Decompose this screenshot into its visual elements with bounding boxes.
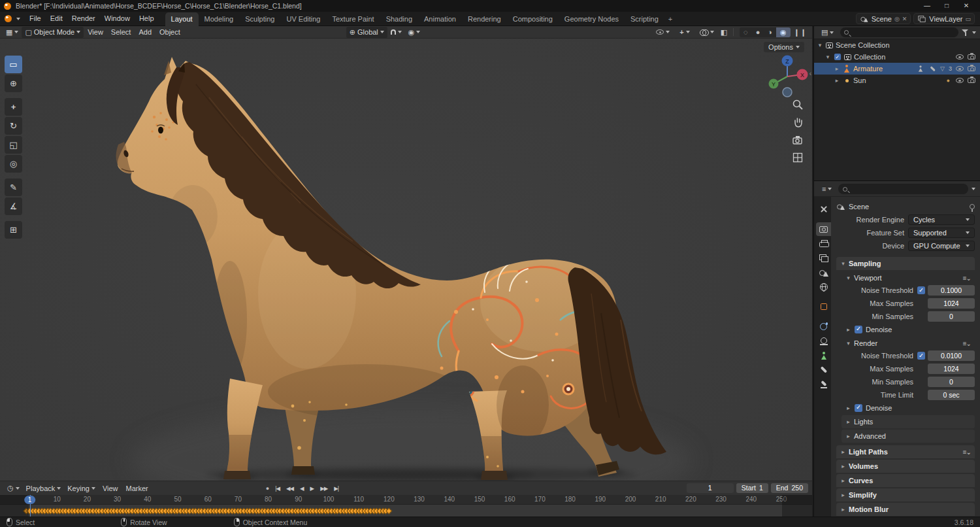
start-frame-field[interactable]: Start 1 bbox=[736, 483, 768, 493]
max-samples-field[interactable]: 1024 bbox=[928, 298, 975, 309]
menu-file[interactable]: File bbox=[25, 12, 46, 26]
options-button[interactable]: Options bbox=[764, 42, 804, 52]
workspace-tab-modeling[interactable]: Modeling bbox=[199, 12, 240, 26]
workspace-tab-shading[interactable]: Shading bbox=[380, 12, 418, 26]
props-tab-view-layer[interactable] bbox=[816, 251, 831, 265]
timeline-menu-marker[interactable]: Marker bbox=[122, 484, 152, 492]
noise-threshold-field[interactable]: 0.1000 bbox=[928, 285, 975, 296]
view-layer-selector[interactable]: ViewLayer ▭ bbox=[913, 13, 975, 24]
next-keyframe-button[interactable]: ▶▶ bbox=[318, 484, 330, 493]
sidebar-toggle-icon[interactable]: ‹ bbox=[809, 70, 811, 77]
props-tab-render[interactable] bbox=[816, 222, 831, 236]
workspace-tab-sculpting[interactable]: Sculpting bbox=[239, 12, 280, 26]
camera-view-icon[interactable] bbox=[792, 134, 804, 146]
shading-material-button[interactable]: ◑ bbox=[764, 27, 776, 37]
pin-icon[interactable]: ◎ bbox=[894, 16, 900, 22]
hide-in-viewport-icon[interactable] bbox=[956, 78, 964, 83]
play-reverse-button[interactable]: ◀ bbox=[297, 484, 306, 493]
properties-search-input[interactable] bbox=[850, 186, 964, 193]
panel-light-paths[interactable]: ▸ Light Paths ≡⌄ bbox=[836, 445, 975, 458]
editor-type-button[interactable]: ▦ bbox=[3, 27, 22, 38]
ortho-grid-icon[interactable] bbox=[792, 152, 804, 163]
overlays-dropdown[interactable] bbox=[696, 27, 717, 38]
end-frame-field[interactable]: End 250 bbox=[771, 483, 808, 493]
shading-wireframe-button[interactable]: ◌ bbox=[740, 27, 752, 37]
tool-scale[interactable]: ◱ bbox=[5, 136, 22, 154]
menu-edit[interactable]: Edit bbox=[46, 12, 67, 26]
blender-menu-button[interactable] bbox=[0, 15, 25, 22]
tool-measure[interactable]: ∡ bbox=[5, 197, 22, 215]
max-samples-field[interactable]: 1024 bbox=[928, 364, 975, 374]
menu-window[interactable]: Window bbox=[100, 12, 135, 26]
timeline-ruler[interactable]: 1020304050607080901001101201301401501601… bbox=[0, 495, 812, 505]
playback-menu[interactable]: Playback bbox=[23, 483, 65, 494]
outliner-row-scene-collection[interactable]: ▾ Scene Collection bbox=[814, 39, 980, 51]
timeline-body[interactable]: 1020304050607080901001101201301401501601… bbox=[0, 495, 812, 517]
presets-icon[interactable]: ≡⌄ bbox=[963, 275, 971, 282]
outliner-row-collection[interactable]: ▾ Collection bbox=[814, 51, 980, 63]
viewport-menu-object[interactable]: Object bbox=[155, 28, 184, 36]
viewport-canvas[interactable]: Options ▭ ⊕ + ↻ ◱ ◎ ✎ ∡ ⊞ Z bbox=[0, 39, 812, 481]
props-tab-bone-constraint[interactable] bbox=[816, 377, 831, 391]
play-button[interactable]: ▶ bbox=[308, 484, 317, 493]
props-tab-output[interactable] bbox=[816, 237, 831, 250]
current-frame-field[interactable]: 1 bbox=[687, 483, 734, 493]
tool-add-cube[interactable]: ⊞ bbox=[5, 221, 22, 239]
workspace-tab-texture-paint[interactable]: Texture Paint bbox=[326, 12, 380, 26]
panel-volumes[interactable]: ▸ Volumes bbox=[836, 460, 975, 473]
panel-motion-blur[interactable]: ▸ Motion Blur bbox=[836, 503, 975, 516]
menu-help[interactable]: Help bbox=[135, 12, 159, 26]
object-visibility-dropdown[interactable] bbox=[653, 27, 673, 38]
presets-icon[interactable]: ≡⌄ bbox=[963, 340, 971, 347]
minimize-button[interactable]: — bbox=[917, 0, 937, 12]
tool-rotate[interactable]: ↻ bbox=[5, 117, 22, 135]
panel-sampling-render[interactable]: ▾ Render ≡⌄ bbox=[836, 337, 975, 349]
copy-icon[interactable]: ▭ bbox=[965, 16, 971, 22]
disable-in-renders-icon[interactable] bbox=[968, 66, 975, 71]
workspace-tab-animation[interactable]: Animation bbox=[418, 12, 462, 26]
props-tab-scene[interactable] bbox=[816, 265, 831, 279]
panel-advanced[interactable]: ▸ Advanced bbox=[841, 430, 975, 443]
unlink-icon[interactable]: ✕ bbox=[902, 16, 907, 22]
filter-icon[interactable] bbox=[962, 29, 969, 36]
feature-set-dropdown[interactable]: Supported bbox=[908, 228, 975, 238]
disclosure-icon[interactable]: ▾ bbox=[825, 54, 831, 60]
render-denoise-panel[interactable]: ▸ Denoise bbox=[836, 401, 975, 414]
noise-threshold-checkbox[interactable] bbox=[917, 352, 925, 360]
pan-hand-icon[interactable] bbox=[792, 116, 804, 128]
viewport-denoise-panel[interactable]: ▸ Denoise bbox=[836, 323, 975, 335]
props-tab-object[interactable] bbox=[816, 300, 831, 314]
scene-selector[interactable]: Scene ◎ ✕ bbox=[856, 13, 911, 24]
props-tab-world[interactable] bbox=[816, 280, 831, 294]
pause-icon[interactable]: ❙❙ bbox=[794, 29, 807, 36]
tool-select-box[interactable]: ▭ bbox=[5, 56, 22, 73]
axis-minus-z-ball[interactable] bbox=[783, 88, 792, 97]
tool-move[interactable]: + bbox=[5, 98, 22, 116]
navigation-gizmo[interactable]: Z X Y bbox=[764, 53, 809, 99]
gizmos-dropdown[interactable]: + bbox=[676, 27, 693, 38]
viewport-menu-add[interactable]: Add bbox=[135, 28, 155, 36]
outliner-search[interactable] bbox=[840, 27, 958, 37]
viewport-menu-view[interactable]: View bbox=[84, 28, 107, 36]
mode-dropdown[interactable]: ▢ Object Mode bbox=[22, 27, 84, 38]
close-button[interactable]: ✕ bbox=[956, 0, 976, 12]
pin-icon[interactable] bbox=[970, 204, 975, 209]
outliner-search-input[interactable] bbox=[851, 29, 955, 36]
time-limit-field[interactable]: 0 sec bbox=[928, 390, 975, 400]
shading-rendered-button[interactable]: ◉ bbox=[776, 27, 791, 37]
hide-in-viewport-icon[interactable] bbox=[956, 66, 964, 71]
workspace-tab-scripting[interactable]: Scripting bbox=[625, 12, 664, 26]
props-tab-physics[interactable] bbox=[816, 320, 831, 333]
panel-curves[interactable]: ▸ Curves bbox=[836, 474, 975, 487]
props-tab-constraints[interactable] bbox=[816, 334, 831, 348]
jump-to-start-button[interactable]: |◀ bbox=[272, 484, 282, 493]
auto-keying-button[interactable]: ● bbox=[263, 484, 271, 493]
noise-threshold-field[interactable]: 0.0100 bbox=[928, 350, 975, 361]
proportional-editing-toggle[interactable]: ◉ bbox=[405, 27, 424, 38]
maximize-button[interactable]: □ bbox=[937, 0, 956, 12]
zoom-icon[interactable] bbox=[792, 99, 804, 110]
workspace-tab-geometry-nodes[interactable]: Geometry Nodes bbox=[559, 12, 625, 26]
min-samples-field[interactable]: 0 bbox=[928, 311, 975, 322]
timeline-editor-type-button[interactable]: ◷ bbox=[4, 483, 23, 494]
viewport-menu-select[interactable]: Select bbox=[107, 28, 135, 36]
